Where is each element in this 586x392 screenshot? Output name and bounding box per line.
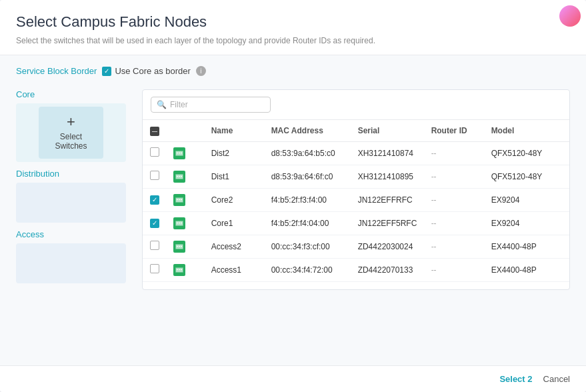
row-model: EX4400-48P — [485, 235, 569, 258]
row-router-id: -- — [425, 165, 485, 188]
row-mac: 00:cc:34:f4:72:00 — [265, 258, 351, 281]
use-core-checkbox-container[interactable]: Use Core as border — [102, 66, 190, 76]
distribution-box — [16, 183, 126, 223]
modal-subtitle: Select the switches that will be used in… — [16, 35, 570, 47]
left-column: Core + Select Switches Distribution — [16, 89, 126, 290]
svg-rect-19 — [181, 223, 182, 223]
core-label: Core — [16, 89, 126, 99]
table-row: Access200:cc:34:f3:cf:00ZD4422030024--EX… — [143, 235, 569, 258]
switch-table-panel: 🔍 — [142, 89, 570, 290]
row-router-id: -- — [425, 141, 485, 165]
row-model: QFX5120-48Y — [485, 165, 569, 188]
row-name: Dist2 — [205, 141, 265, 165]
switch-table-wrapper: Name MAC Address Serial Router ID Model — [143, 120, 569, 289]
svg-rect-23 — [179, 246, 180, 247]
select-switches-label: Select Switches — [55, 132, 87, 151]
access-label: Access — [16, 229, 126, 239]
row-mac: f4:b5:2f:f4:04:00 — [265, 211, 351, 235]
svg-rect-29 — [181, 269, 182, 270]
plus-icon: + — [67, 115, 75, 129]
row-checkbox-5[interactable] — [150, 264, 159, 273]
row-checkbox-cell[interactable] — [143, 141, 167, 165]
select-all-checkbox[interactable] — [150, 127, 159, 136]
use-core-label: Use Core as border — [115, 66, 190, 76]
select-switches-button[interactable]: + Select Switches — [39, 107, 103, 159]
modal-header: Select Campus Fabric Nodes Select the sw… — [0, 0, 586, 55]
select-button[interactable]: Select 2 — [499, 374, 532, 384]
table-row: Access100:cc:34:f4:72:00ZD4422070133--EX… — [143, 258, 569, 281]
table-row: Dist1d8:53:9a:64:6f:c0XH3121410895--QFX5… — [143, 165, 569, 188]
svg-rect-2 — [177, 153, 178, 153]
row-checkbox-cell[interactable] — [143, 211, 167, 235]
row-mac: d8:53:9a:64:6f:c0 — [265, 165, 351, 188]
filter-input-wrapper[interactable]: 🔍 — [151, 97, 271, 113]
device-icon — [173, 147, 185, 159]
service-block-row: Service Block Border Use Core as border … — [16, 66, 570, 76]
row-serial: JN122EFF5RFC — [351, 211, 425, 235]
row-name: Access2 — [205, 235, 265, 258]
modal-body: Service Block Border Use Core as border … — [0, 55, 586, 365]
row-name: Core1 — [205, 211, 265, 235]
access-box — [16, 243, 126, 283]
device-icon — [173, 194, 185, 206]
svg-rect-18 — [179, 223, 180, 223]
table-row: Dist2d8:53:9a:64:b5:c0XH3121410874--QFX5… — [143, 141, 569, 165]
svg-rect-14 — [181, 199, 182, 200]
svg-rect-22 — [177, 246, 178, 247]
device-icon — [173, 171, 185, 183]
switch-table: Name MAC Address Serial Router ID Model — [143, 120, 569, 282]
row-checkbox-4[interactable] — [150, 241, 159, 250]
row-checkbox-0[interactable] — [150, 147, 159, 157]
row-checkbox-cell[interactable] — [143, 165, 167, 188]
row-name: Core2 — [205, 188, 265, 211]
col-name: Name — [205, 120, 265, 141]
svg-rect-7 — [177, 176, 178, 177]
row-model: EX9204 — [485, 188, 569, 211]
row-model: EX9204 — [485, 211, 569, 235]
row-checkbox-cell[interactable] — [143, 235, 167, 258]
svg-rect-3 — [179, 153, 180, 153]
svg-rect-17 — [177, 223, 178, 223]
svg-rect-12 — [177, 199, 178, 200]
modal-footer: Select 2 Cancel — [0, 365, 586, 392]
row-checkbox-2[interactable] — [150, 195, 159, 205]
use-core-checkbox[interactable] — [102, 67, 111, 76]
info-icon[interactable]: i — [196, 66, 206, 76]
row-checkbox-cell[interactable] — [143, 258, 167, 281]
cancel-button[interactable]: Cancel — [543, 374, 570, 384]
col-router-id: Router ID — [425, 120, 485, 141]
service-block-label: Service Block Border — [16, 66, 97, 76]
device-icon-cell — [167, 211, 205, 235]
table-header-row: Name MAC Address Serial Router ID Model — [143, 120, 569, 141]
row-name: Dist1 — [205, 165, 265, 188]
row-checkbox-cell[interactable] — [143, 188, 167, 211]
core-section: + Select Switches — [16, 103, 126, 162]
svg-rect-9 — [181, 176, 182, 177]
row-model: QFX5120-48Y — [485, 141, 569, 165]
filter-input[interactable] — [170, 100, 265, 109]
row-router-id: -- — [425, 211, 485, 235]
table-row: Core2f4:b5:2f:f3:f4:00JN122EFFRFC--EX920… — [143, 188, 569, 211]
row-model: EX4400-48P — [485, 258, 569, 281]
col-model: Model — [485, 120, 569, 141]
table-body: Dist2d8:53:9a:64:b5:c0XH3121410874--QFX5… — [143, 141, 569, 281]
modal: Select Campus Fabric Nodes Select the sw… — [0, 0, 586, 392]
row-checkbox-3[interactable] — [150, 219, 159, 228]
svg-rect-28 — [179, 269, 180, 270]
svg-rect-4 — [181, 153, 182, 153]
row-serial: ZD4422030024 — [351, 235, 425, 258]
row-router-id: -- — [425, 188, 485, 211]
svg-rect-27 — [177, 269, 178, 270]
row-mac: f4:b5:2f:f3:f4:00 — [265, 188, 351, 211]
device-icon-cell — [167, 165, 205, 188]
svg-rect-8 — [179, 176, 180, 177]
device-icon-cell — [167, 188, 205, 211]
col-icon-header — [167, 120, 205, 141]
row-mac: 00:cc:34:f3:cf:00 — [265, 235, 351, 258]
modal-title: Select Campus Fabric Nodes — [16, 13, 570, 31]
row-checkbox-1[interactable] — [150, 171, 159, 180]
col-checkbox — [143, 120, 167, 141]
search-icon: 🔍 — [157, 100, 167, 109]
col-serial: Serial — [351, 120, 425, 141]
distribution-label: Distribution — [16, 169, 126, 179]
